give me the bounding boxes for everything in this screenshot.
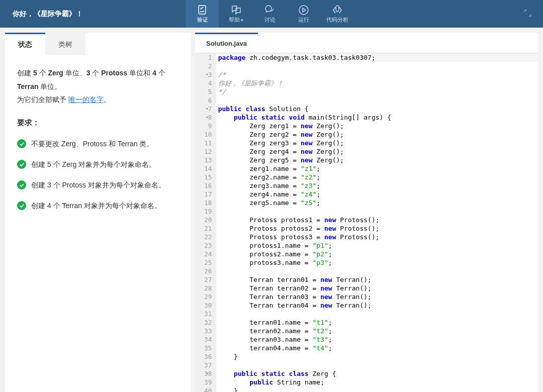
- code-line[interactable]: zerg4.name = "z4";: [218, 190, 538, 199]
- t: 个: [37, 69, 48, 77]
- code-line[interactable]: zerg1.name = "z1";: [218, 164, 538, 173]
- line-number: 35: [204, 344, 212, 352]
- line-number: 4: [204, 79, 212, 87]
- requirement-text: 创建 3 个 Protoss 对象并为每个对象命名。: [31, 180, 165, 190]
- code-area[interactable]: package zh.codegym.task.task03.task0307;…: [216, 53, 538, 392]
- line-number: 33: [204, 327, 212, 335]
- code-line[interactable]: Terran terran03 = new Terran();: [218, 292, 538, 301]
- tool-帮助[interactable]: 帮助▾: [220, 0, 252, 28]
- code-line[interactable]: zerg2.name = "z2";: [218, 173, 538, 181]
- code-line[interactable]: public static void main(String[] args) {: [218, 113, 538, 122]
- code-line[interactable]: terran04.name = "t4";: [218, 344, 538, 352]
- requirement-text: 创建 5 个 Zerg 对象并为每个对象命名。: [31, 159, 156, 170]
- code-line[interactable]: [218, 207, 538, 216]
- line-number: 30: [204, 301, 212, 310]
- code-line[interactable]: Terran terran04 = new Terran();: [218, 301, 538, 310]
- expand-icon[interactable]: [524, 9, 543, 19]
- check-icon: [17, 139, 26, 148]
- b: 5: [33, 69, 37, 77]
- tool-讨论[interactable]: 讨论: [253, 0, 286, 28]
- requirement-item: 创建 4 个 Terran 对象并为每个对象命名。: [17, 195, 179, 216]
- line-number: 13: [204, 156, 212, 164]
- code-editor[interactable]: 1234567891011121314151617181920212223242…: [195, 53, 538, 392]
- page-title: 你好，《星际争霸》！: [0, 10, 186, 19]
- code-line[interactable]: package zh.codegym.task.task03.task0307;: [218, 53, 538, 62]
- 讨论-icon: [264, 4, 276, 16]
- line-number: 1: [204, 53, 212, 62]
- tab-状态[interactable]: 状态: [5, 33, 45, 55]
- code-line[interactable]: Zerg zerg2 = new Zerg();: [218, 130, 538, 139]
- tool-运行[interactable]: 运行: [287, 0, 320, 28]
- b: Protoss: [101, 69, 127, 77]
- 代码分析-icon: [331, 4, 343, 16]
- line-number: 15: [204, 173, 212, 181]
- code-line[interactable]: protoss2.name = "p2";: [218, 250, 538, 258]
- line-number: 16: [204, 181, 212, 190]
- b: Terran: [17, 82, 39, 90]
- code-line[interactable]: zerg5.name = "z5";: [218, 199, 538, 207]
- tool-label: 讨论: [264, 16, 276, 24]
- code-line[interactable]: Zerg zerg5 = new Zerg();: [218, 156, 538, 164]
- code-line[interactable]: [218, 62, 538, 70]
- code-line[interactable]: [218, 361, 538, 369]
- code-line[interactable]: protoss3.name = "p3";: [218, 258, 538, 267]
- file-tab-solution[interactable]: Solution.java: [195, 33, 258, 53]
- line-number: 27: [204, 275, 212, 284]
- code-line[interactable]: [218, 96, 538, 105]
- line-number: 34: [204, 335, 212, 344]
- 帮助-icon: [230, 4, 242, 16]
- line-number: 36: [204, 352, 212, 361]
- code-line[interactable]: Terran terran02 = new Terran();: [218, 284, 538, 292]
- code-line[interactable]: zerg3.name = "z3";: [218, 181, 538, 190]
- line-number: 40: [204, 386, 212, 392]
- tab-类树[interactable]: 类树: [45, 33, 85, 55]
- code-line[interactable]: Protoss protoss3 = new Protoss();: [218, 233, 538, 241]
- requirement-text: 创建 4 个 Terran 对象并为每个对象命名。: [31, 201, 161, 211]
- line-number: 3: [204, 70, 212, 79]
- requirements-heading: 要求：: [17, 116, 179, 130]
- tool-验证[interactable]: 验证: [186, 0, 219, 28]
- toolbar: 验证帮助▾讨论运行代码分析: [186, 0, 353, 28]
- line-number: 5: [204, 87, 212, 96]
- code-line[interactable]: terran02.name = "t2";: [218, 327, 538, 335]
- check-icon: [17, 160, 26, 169]
- main: 状态类树 创建 5 个 Zerg 单位、3 个 Protoss 单位和 4 个 …: [0, 28, 543, 392]
- code-line[interactable]: Zerg zerg4 = new Zerg();: [218, 147, 538, 156]
- code-line[interactable]: Protoss protoss1 = new Protoss();: [218, 216, 538, 224]
- line-number: 8: [204, 113, 212, 122]
- requirement-item: 创建 3 个 Protoss 对象并为每个对象命名。: [17, 175, 179, 195]
- code-line[interactable]: }: [218, 386, 538, 392]
- code-line[interactable]: }: [218, 352, 538, 361]
- task-panel: 创建 5 个 Zerg 单位、3 个 Protoss 单位和 4 个 Terra…: [5, 55, 191, 227]
- t: 个: [156, 69, 165, 77]
- code-line[interactable]: Protoss protoss2 = new Protoss();: [218, 224, 538, 233]
- code-line[interactable]: Zerg zerg1 = new Zerg();: [218, 122, 538, 130]
- line-number: 32: [204, 318, 212, 327]
- requirement-item: 创建 5 个 Zerg 对象并为每个对象命名。: [17, 154, 179, 175]
- 验证-icon: [197, 4, 209, 16]
- code-line[interactable]: Zerg zerg3 = new Zerg();: [218, 139, 538, 147]
- code-line[interactable]: protoss1.name = "p1";: [218, 241, 538, 250]
- code-line[interactable]: [218, 310, 538, 318]
- line-number: 7: [204, 105, 212, 113]
- code-line[interactable]: terran03.name = "t3";: [218, 335, 538, 344]
- t: 。: [104, 95, 111, 104]
- editor-panel: Solution.java 12345678910111213141516171…: [195, 33, 538, 392]
- code-line[interactable]: 你好，《星际争霸》！: [218, 79, 538, 87]
- b: 4: [152, 69, 156, 77]
- line-number: 21: [204, 224, 212, 233]
- code-line[interactable]: public class Solution {: [218, 105, 538, 113]
- code-line[interactable]: terran01.name = "t1";: [218, 318, 538, 327]
- code-line[interactable]: Terran terran01 = new Terran();: [218, 275, 538, 284]
- line-number: 11: [204, 139, 212, 147]
- code-line[interactable]: public static class Zerg {: [218, 369, 538, 378]
- tool-代码分析[interactable]: 代码分析: [321, 0, 353, 28]
- unique-name-link[interactable]: 唯一的名字: [68, 95, 104, 104]
- code-line[interactable]: public String name;: [218, 378, 538, 386]
- code-line[interactable]: [218, 267, 538, 275]
- line-number: 18: [204, 199, 212, 207]
- line-number: 38: [204, 369, 212, 378]
- code-line[interactable]: */: [218, 87, 538, 96]
- line-number: 31: [204, 310, 212, 318]
- code-line[interactable]: /*: [218, 70, 538, 79]
